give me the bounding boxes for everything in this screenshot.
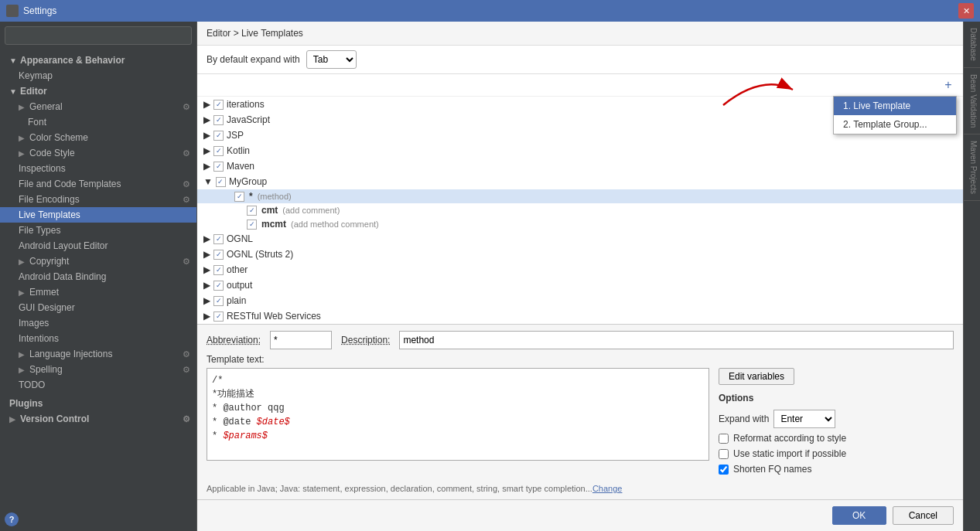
expand-arrow: ▶: [203, 264, 210, 275]
search-box[interactable]: [5, 26, 192, 45]
change-link[interactable]: Change: [592, 484, 623, 493]
expand-label: By default expand with: [207, 54, 300, 65]
group-checkbox[interactable]: [213, 100, 224, 110]
group-checkbox[interactable]: [213, 281, 224, 291]
sidebar-item-android-data-binding[interactable]: Android Data Binding: [0, 269, 196, 284]
sidebar-label: Code Style: [29, 148, 75, 158]
help-button[interactable]: ?: [5, 512, 19, 526]
sidebar-label: Editor: [20, 86, 47, 97]
expand-arrow: ▶: [203, 130, 210, 141]
sidebar-item-file-code-templates[interactable]: File and Code Templates ⚙: [0, 176, 196, 192]
group-restful[interactable]: ▶ RESTful Web Services: [197, 308, 963, 324]
template-abbr: mcmt: [261, 219, 286, 230]
sidebar-item-editor[interactable]: ▼ Editor: [0, 83, 196, 99]
sidebar: ▼ Appearance & Behavior Keymap ▼ Editor …: [0, 22, 197, 531]
sidebar-item-android-layout[interactable]: Android Layout Editor: [0, 238, 196, 254]
sidebar-item-file-types[interactable]: File Types: [0, 223, 196, 238]
group-other[interactable]: ▶ other: [197, 262, 963, 277]
edit-variables-button[interactable]: Edit variables: [719, 368, 794, 385]
template-item-method[interactable]: * (method): [197, 189, 963, 203]
sidebar-item-plugins[interactable]: Plugins: [0, 396, 196, 411]
gear-icon: ⚙: [183, 257, 190, 267]
sidebar-item-gui-designer[interactable]: GUI Designer: [0, 300, 196, 315]
sidebar-item-emmet[interactable]: ▶ Emmet: [0, 284, 196, 300]
search-input[interactable]: [10, 30, 186, 41]
sidebar-label: Version Control: [20, 414, 89, 424]
sidebar-item-language-injections[interactable]: ▶ Language Injections ⚙: [0, 346, 196, 362]
expand-with-select[interactable]: Enter Tab Space: [773, 410, 835, 428]
bottom-form: Abbreviation: Description: Template text…: [197, 324, 963, 499]
gear-icon: ⚙: [183, 102, 190, 112]
sidebar-item-color-scheme[interactable]: ▶ Color Scheme: [0, 130, 196, 145]
sidebar-item-intentions[interactable]: Intentions: [0, 331, 196, 346]
sidebar-item-code-style[interactable]: ▶ Code Style ⚙: [0, 145, 196, 161]
bean-validation-tab[interactable]: Bean Validation: [964, 68, 980, 134]
group-checkbox[interactable]: [213, 131, 224, 141]
static-import-label: Use static import if possible: [733, 448, 846, 459]
database-tab[interactable]: Database: [964, 22, 980, 68]
sidebar-item-spelling[interactable]: ▶ Spelling ⚙: [0, 362, 196, 377]
sidebar-label: General: [29, 101, 63, 112]
group-output[interactable]: ▶ output: [197, 277, 963, 293]
template-checkbox[interactable]: [247, 220, 257, 230]
group-checkbox[interactable]: [213, 162, 224, 172]
shorten-eq-checkbox[interactable]: [719, 465, 729, 475]
expand-select[interactable]: Tab Enter Space: [306, 50, 357, 69]
maven-projects-tab[interactable]: Maven Projects: [964, 134, 980, 201]
group-ognl[interactable]: ▶ OGNL: [197, 231, 963, 247]
sidebar-item-keymap[interactable]: Keymap: [0, 68, 196, 83]
sidebar-item-appearance[interactable]: ▼ Appearance & Behavior: [0, 53, 196, 68]
code-line: * @author qqg: [212, 401, 704, 415]
description-input[interactable]: [399, 331, 954, 349]
group-plain[interactable]: ▶ plain: [197, 293, 963, 308]
group-checkbox[interactable]: [213, 265, 224, 275]
expand-arrow: ▶: [19, 149, 26, 158]
abbreviation-input[interactable]: [270, 331, 332, 349]
shorten-eq-label: Shorten FQ names: [733, 464, 811, 475]
close-button[interactable]: ✕: [958, 3, 974, 19]
template-checkbox[interactable]: [234, 192, 244, 202]
gear-icon: ⚙: [183, 349, 190, 359]
template-item-mcmt[interactable]: mcmt (add method comment): [197, 217, 963, 231]
sidebar-item-version-control[interactable]: ▶ Version Control ⚙: [0, 411, 196, 427]
settings-window: Settings ✕ ▼ Appearance & Behavior Keyma…: [0, 0, 980, 531]
group-kotlin[interactable]: ▶ Kotlin: [197, 143, 963, 158]
sidebar-item-todo[interactable]: TODO: [0, 377, 196, 393]
title-bar: Settings ✕: [0, 0, 980, 22]
group-checkbox[interactable]: [213, 146, 224, 156]
add-button[interactable]: +: [940, 77, 957, 94]
group-checkbox[interactable]: [213, 311, 224, 322]
sidebar-item-images[interactable]: Images: [0, 315, 196, 331]
reformat-checkbox[interactable]: [719, 434, 729, 444]
dropdown-item-live-template[interactable]: 1. Live Template: [834, 97, 956, 115]
applicable-info: Applicable in Java; Java: statement, exp…: [207, 484, 592, 493]
sidebar-item-live-templates[interactable]: Live Templates: [0, 207, 196, 223]
group-checkbox[interactable]: [216, 177, 226, 187]
sidebar-item-inspections[interactable]: Inspections: [0, 161, 196, 176]
group-checkbox[interactable]: [213, 296, 224, 306]
sidebar-item-file-encodings[interactable]: File Encodings ⚙: [0, 192, 196, 207]
group-checkbox[interactable]: [213, 250, 224, 260]
group-checkbox[interactable]: [213, 115, 224, 125]
template-list-wrapper: + 1. Live Template 2. Template Group...: [197, 74, 963, 324]
sidebar-item-general[interactable]: ▶ General ⚙: [0, 99, 196, 114]
expand-arrow: ▼: [203, 176, 213, 187]
abbreviation-row: Abbreviation: Description:: [207, 331, 954, 349]
group-maven[interactable]: ▶ Maven: [197, 158, 963, 174]
static-import-checkbox[interactable]: [719, 449, 729, 459]
group-mygroup[interactable]: ▼ MyGroup: [197, 174, 963, 189]
sidebar-label: Android Data Binding: [19, 271, 106, 282]
sidebar-label: Spelling: [29, 364, 63, 375]
group-checkbox[interactable]: [213, 234, 224, 244]
dropdown-item-template-group[interactable]: 2. Template Group...: [834, 115, 956, 134]
sidebar-item-copyright[interactable]: ▶ Copyright ⚙: [0, 254, 196, 269]
sidebar-item-font[interactable]: Font: [0, 114, 196, 130]
group-ognl-struts[interactable]: ▶ OGNL (Struts 2): [197, 247, 963, 262]
ok-button[interactable]: OK: [832, 506, 886, 525]
expand-arrow: ▶: [203, 280, 210, 291]
template-checkbox[interactable]: [247, 206, 257, 216]
template-item-cmt[interactable]: cmt (add comment): [197, 203, 963, 217]
description-label: Description:: [341, 335, 390, 345]
template-text-area[interactable]: /* *功能描述 * @author qqg * @date $date$ * …: [207, 368, 709, 461]
cancel-button[interactable]: Cancel: [893, 506, 954, 525]
